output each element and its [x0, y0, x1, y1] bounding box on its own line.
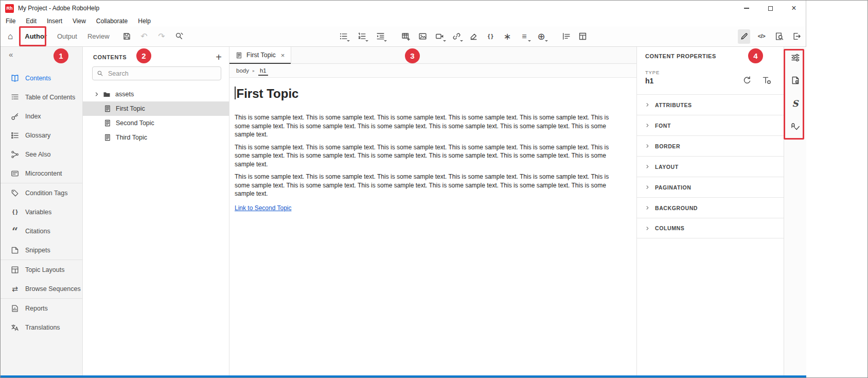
bullet-list-button[interactable] [337, 29, 349, 44]
find-replace-button[interactable] [173, 29, 185, 44]
redo-button[interactable]: ↷ [155, 29, 168, 44]
text-gear-icon [762, 76, 771, 85]
tree-row-third-topic[interactable]: Third Topic [83, 130, 229, 145]
add-topic-button[interactable]: + [216, 52, 222, 62]
link-to-second-topic[interactable]: Link to Second Topic [235, 204, 292, 212]
menu-file[interactable]: File [6, 18, 15, 25]
sidebar-item-microcontent[interactable]: Microcontent [1, 164, 82, 183]
insert-snippet-button[interactable]: { } [484, 29, 497, 44]
section-label: PAGINATION [655, 184, 691, 191]
topic-canvas[interactable]: First Topic This is some sample text. Th… [229, 78, 636, 375]
maximize-button[interactable] [758, 1, 782, 16]
topic-doc-icon [104, 105, 111, 112]
sidebar-item-variables[interactable]: { }Variables [1, 202, 82, 221]
publish-exit-button[interactable] [790, 29, 803, 44]
tab-review[interactable]: Review [82, 32, 115, 40]
preview-button[interactable] [773, 29, 785, 44]
left-sidebar: « Contents Table of Contents Index Gloss… [1, 47, 83, 375]
section-label: BACKGROUND [655, 205, 698, 211]
sidebar-item-browse-sequences[interactable]: ⇄Browse Sequences [1, 279, 82, 298]
editor-tab-first-topic[interactable]: First Topic × [229, 47, 291, 63]
section-layout[interactable]: LAYOUT [637, 156, 784, 177]
key-icon [11, 112, 19, 121]
insert-video-button[interactable] [433, 29, 446, 44]
insert-image-button[interactable] [416, 29, 429, 44]
master-page-button[interactable] [576, 29, 589, 44]
properties-actions [742, 76, 771, 85]
tab-output[interactable]: Output [52, 32, 82, 40]
save-all-button[interactable] [120, 29, 133, 44]
sidebar-item-see-also[interactable]: See Also [1, 145, 82, 164]
breadcrumb-h1[interactable]: h1 [258, 66, 268, 76]
dropdown-caret-icon [365, 40, 368, 42]
tab-close-icon[interactable]: × [281, 52, 285, 59]
section-border[interactable]: BORDER [637, 135, 784, 156]
tree-row-first-topic[interactable]: First Topic [83, 101, 229, 116]
sidebar-item-snippets[interactable]: Snippets [1, 240, 82, 260]
sidebar-item-contents[interactable]: Contents [1, 68, 82, 88]
insert-symbol-button[interactable]: ≡ [518, 29, 530, 44]
tree-row-assets[interactable]: assets [83, 87, 229, 101]
insert-table-button[interactable] [399, 29, 412, 44]
insert-variable-button[interactable]: ∗ [501, 29, 513, 44]
menu-collaborate[interactable]: Collaborate [96, 18, 128, 25]
refresh-button[interactable] [742, 76, 752, 85]
collapse-sidebar-icon[interactable]: « [9, 50, 13, 59]
home-icon[interactable]: ⌂ [8, 32, 13, 41]
topic-paragraph[interactable]: This is some sample text. This is some s… [235, 173, 625, 198]
section-background[interactable]: BACKGROUND [637, 197, 784, 218]
topic-paragraph[interactable]: This is some sample text. This is some s… [235, 143, 625, 169]
content-properties-panel: CONTENT PROPERTIES TYPE h1 ATTRIBUTES FO… [637, 47, 784, 375]
menu-insert[interactable]: Insert [47, 18, 62, 25]
clear-formatting-button[interactable] [467, 29, 480, 44]
numbered-list-icon [358, 32, 366, 41]
sidebar-item-index[interactable]: Index [1, 107, 82, 126]
source-view-button[interactable]: </> [755, 29, 768, 44]
screenshot-frame: Rh My Project - Adobe RoboHelp × File Ed… [0, 0, 868, 378]
layout-page-icon [578, 32, 587, 41]
topic-heading[interactable]: First Topic [235, 87, 625, 101]
section-label: BORDER [655, 143, 680, 149]
sidebar-item-citations[interactable]: “Citations [1, 221, 82, 240]
lines-icon: ≡ [522, 32, 526, 41]
minimize-button[interactable] [735, 1, 758, 16]
sidebar-item-topic-layouts[interactable]: Topic Layouts [1, 260, 82, 279]
app-icon: Rh [5, 4, 14, 13]
insert-link-button[interactable] [450, 29, 463, 44]
insert-more-button[interactable]: ⊕ [535, 29, 547, 44]
sidebar-item-translations[interactable]: Translations [1, 318, 82, 337]
dropdown-caret-icon [347, 40, 350, 42]
close-button[interactable]: × [782, 1, 806, 16]
expand-chevron-icon[interactable] [94, 92, 99, 97]
section-columns[interactable]: COLUMNS [637, 218, 784, 238]
topic-paragraph[interactable]: This is some sample text. This is some s… [235, 113, 625, 139]
breadcrumb-body[interactable]: body [236, 67, 249, 74]
menu-edit[interactable]: Edit [26, 18, 37, 25]
chevron-right-icon [645, 205, 650, 210]
topic-doc-icon [104, 134, 111, 141]
sidebar-item-reports[interactable]: Reports [1, 299, 82, 318]
section-pagination[interactable]: PAGINATION [637, 177, 784, 197]
edit-mode-button[interactable] [738, 29, 750, 44]
quote-icon: “ [11, 229, 19, 233]
search-input[interactable] [107, 70, 217, 78]
undo-button[interactable]: ↶ [138, 29, 150, 44]
section-attributes[interactable]: ATTRIBUTES [637, 94, 784, 115]
tag-icon [11, 189, 19, 197]
type-label: TYPE [645, 70, 660, 75]
chevron-right-icon [645, 164, 650, 169]
menu-help[interactable]: Help [138, 18, 151, 25]
section-font[interactable]: FONT [637, 115, 784, 135]
indent-button[interactable] [374, 29, 386, 44]
sidebar-item-glossary[interactable]: Glossary [1, 126, 82, 145]
sidebar-item-table-of-contents[interactable]: Table of Contents [1, 88, 82, 107]
text-settings-button[interactable] [762, 76, 771, 85]
numbered-list-button[interactable] [356, 29, 368, 44]
tree-row-second-topic[interactable]: Second Topic [83, 116, 229, 130]
search-box[interactable] [92, 66, 221, 80]
condition-expression-button[interactable] [560, 29, 572, 44]
sidebar-item-condition-tags[interactable]: Condition Tags [1, 183, 82, 202]
sidebar-item-label: Condition Tags [25, 190, 67, 197]
menu-view[interactable]: View [73, 18, 86, 25]
layouts-icon [11, 266, 19, 274]
